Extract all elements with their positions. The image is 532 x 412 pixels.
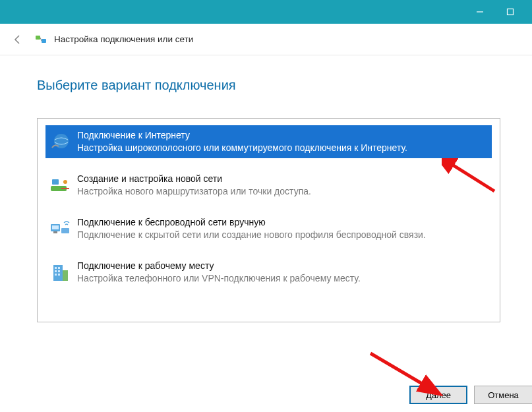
page-title: Выберите вариант подключения: [37, 78, 500, 93]
svg-line-21: [370, 353, 427, 386]
wizard-header: Настройка подключения или сети: [0, 24, 532, 55]
option-desc: Настройка телефонного или VPN-подключени…: [77, 272, 489, 285]
wireless-pc-icon: [48, 218, 72, 241]
svg-rect-14: [58, 267, 60, 269]
window-titlebar: [0, 0, 532, 24]
option-workplace[interactable]: Подключение к рабочему месту Настройка т…: [45, 256, 492, 289]
option-title: Подключение к Интернету: [77, 129, 489, 142]
svg-rect-19: [63, 270, 68, 281]
cancel-button[interactable]: Отмена: [474, 386, 532, 404]
router-icon: [48, 174, 72, 198]
wizard-footer: Далее Отмена: [409, 386, 532, 404]
wizard-content: Выберите вариант подключения Подключение…: [0, 55, 532, 322]
svg-rect-16: [58, 270, 60, 272]
option-title: Создание и настройка новой сети: [77, 173, 489, 185]
option-wireless-manual[interactable]: Подключение к беспроводной сети вручную …: [45, 212, 492, 245]
option-setup-network[interactable]: Создание и настройка новой сети Настройк…: [45, 169, 492, 202]
svg-rect-2: [36, 36, 40, 40]
svg-rect-17: [55, 274, 57, 276]
svg-point-4: [54, 134, 69, 148]
connection-options-list: Подключение к Интернету Настройка широко…: [37, 118, 500, 322]
svg-rect-13: [55, 267, 57, 269]
option-desc: Настройка нового маршрутизатора или точк…: [77, 185, 489, 198]
building-icon: [48, 261, 72, 285]
svg-rect-1: [508, 9, 514, 15]
svg-rect-6: [52, 179, 59, 185]
svg-rect-3: [42, 39, 46, 43]
option-title: Подключение к беспроводной сети вручную: [77, 216, 489, 229]
svg-rect-10: [53, 231, 57, 233]
option-desc: Подключение к скрытой сети или создание …: [77, 229, 489, 241]
svg-point-7: [63, 180, 67, 184]
svg-rect-11: [61, 228, 69, 233]
next-button[interactable]: Далее: [409, 386, 467, 404]
back-button[interactable]: [9, 32, 25, 47]
svg-rect-18: [58, 274, 60, 276]
minimize-button[interactable]: [465, 0, 495, 24]
globe-icon: [48, 131, 72, 154]
maximize-button[interactable]: [495, 0, 525, 24]
window-title: Настройка подключения или сети: [54, 34, 193, 44]
network-wizard-icon: [34, 33, 47, 46]
svg-rect-15: [55, 270, 57, 272]
svg-rect-9: [52, 225, 59, 229]
option-desc: Настройка широкополосного или коммутируе…: [77, 142, 489, 154]
option-title: Подключение к рабочему месту: [77, 260, 489, 272]
option-connect-internet[interactable]: Подключение к Интернету Настройка широко…: [45, 125, 492, 158]
